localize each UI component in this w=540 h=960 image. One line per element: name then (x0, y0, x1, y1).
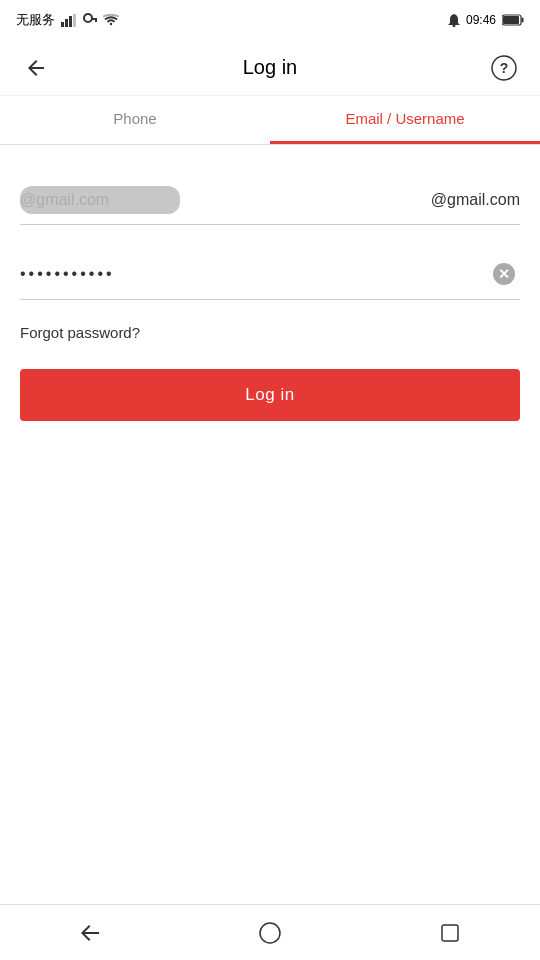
svg-rect-9 (522, 18, 524, 23)
svg-rect-2 (69, 16, 72, 27)
key-icon (83, 13, 97, 27)
bottom-nav (0, 904, 540, 960)
page-title: Log in (243, 56, 298, 79)
login-button[interactable]: Log in (20, 369, 520, 421)
svg-rect-5 (91, 18, 97, 20)
system-home-icon (259, 922, 281, 944)
tabs-container: Phone Email / Username (0, 96, 540, 145)
svg-point-4 (84, 14, 92, 22)
system-recents-icon (440, 923, 460, 943)
status-bar: 无服务 09:46 (0, 0, 540, 40)
notification-icon (448, 13, 460, 27)
svg-rect-6 (95, 20, 97, 22)
system-home-button[interactable] (240, 913, 300, 953)
help-button[interactable]: ? (484, 48, 524, 88)
system-back-button[interactable] (60, 913, 120, 953)
svg-rect-0 (61, 22, 64, 27)
svg-rect-10 (503, 16, 519, 24)
password-input[interactable] (20, 249, 488, 299)
svg-rect-1 (65, 19, 68, 27)
clear-password-button[interactable]: ✕ (488, 258, 520, 290)
back-button[interactable] (16, 48, 56, 88)
email-input-group: @gmail.com (20, 175, 520, 225)
form-area: @gmail.com ✕ Forgot password? Log in (0, 145, 540, 441)
system-recents-button[interactable] (420, 913, 480, 953)
help-icon: ? (491, 55, 517, 81)
svg-rect-3 (73, 14, 76, 27)
time-text: 09:46 (466, 13, 496, 27)
tab-email[interactable]: Email / Username (270, 96, 540, 144)
email-redact-overlay (20, 186, 180, 214)
status-right: 09:46 (448, 13, 524, 27)
svg-text:?: ? (500, 60, 509, 76)
svg-rect-7 (452, 25, 455, 27)
tab-phone[interactable]: Phone (0, 96, 270, 144)
back-arrow-icon (24, 56, 48, 80)
top-nav: Log in ? (0, 40, 540, 96)
wifi-icon (103, 14, 119, 26)
status-left: 无服务 (16, 11, 119, 29)
svg-point-13 (260, 923, 280, 943)
password-wrapper: ✕ (20, 249, 520, 300)
battery-icon (502, 14, 524, 26)
password-input-group: ✕ (20, 249, 520, 300)
svg-rect-14 (442, 925, 458, 941)
clear-icon: ✕ (493, 263, 515, 285)
forgot-password-link[interactable]: Forgot password? (20, 324, 520, 341)
carrier-text: 无服务 (16, 11, 55, 29)
system-back-icon (79, 922, 101, 944)
signal-icon (61, 14, 77, 27)
